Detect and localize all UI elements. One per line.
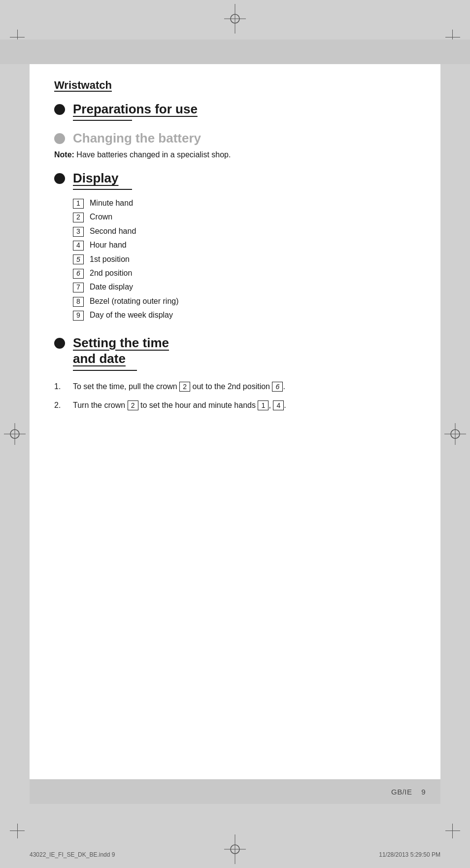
- heading-display: Display: [73, 171, 119, 186]
- doc-title: Wristwatch: [54, 79, 416, 92]
- instruction-2: 2. Turn the crown 2 to set the hour and …: [54, 399, 416, 411]
- page-wrapper: Wristwatch Preparations for use Changing…: [0, 0, 470, 868]
- list-item: 6 2nd position: [73, 268, 416, 279]
- num-box-8: 8: [73, 297, 84, 307]
- num-box-5: 5: [73, 254, 84, 264]
- heading-wrapper-setting: Setting the time and date: [54, 335, 416, 367]
- bottom-meta: 43022_IE_FI_SE_DK_BE.indd 9 11/28/2013 5…: [30, 851, 440, 858]
- ref-4: 4: [273, 400, 284, 410]
- num-box-6: 6: [73, 269, 84, 279]
- list-item: 5 1st position: [73, 254, 416, 265]
- bullet-battery: [54, 133, 65, 144]
- display-list: 1 Minute hand 2 Crown 3 Second hand 4 Ho…: [73, 198, 416, 321]
- instruction-text-2: Turn the crown 2 to set the hour and min…: [73, 399, 416, 411]
- footer-page: 9: [421, 788, 426, 796]
- heading-preparations: Preparations for use: [73, 102, 198, 117]
- item-label-7: Date display: [90, 282, 133, 292]
- instructions-list: 1. To set the time, pull the crown 2 out…: [54, 381, 416, 411]
- crosshair-bottom: [224, 834, 246, 864]
- meta-right: 11/28/2013 5:29:50 PM: [379, 851, 440, 858]
- reg-mark-bottom-right: [440, 819, 460, 838]
- num-box-7: 7: [73, 283, 84, 292]
- num-box-3: 3: [73, 227, 84, 237]
- section-battery: Changing the battery: [54, 131, 416, 146]
- section-preparations: Preparations for use: [54, 102, 416, 117]
- footer-bar: GB/IE 9: [30, 779, 440, 804]
- num-box-9: 9: [73, 311, 84, 321]
- reg-mark-bottom-left: [10, 819, 30, 838]
- list-item: 2 Crown: [73, 212, 416, 222]
- crosshair-left: [4, 423, 26, 445]
- instruction-num-1: 1.: [54, 381, 66, 393]
- list-item: 3 Second hand: [73, 226, 416, 237]
- bullet-preparations: [54, 104, 65, 115]
- footer-locale: GB/IE: [391, 788, 412, 796]
- underline-display: [73, 189, 132, 190]
- ref-2a: 2: [179, 382, 190, 392]
- ref-2b: 2: [128, 400, 138, 410]
- item-label-5: 1st position: [90, 254, 130, 265]
- instruction-1: 1. To set the time, pull the crown 2 out…: [54, 381, 416, 393]
- list-item: 1 Minute hand: [73, 198, 416, 209]
- item-label-9: Day of the week display: [90, 310, 173, 321]
- top-bar: [0, 39, 470, 64]
- main-content: Wristwatch Preparations for use Changing…: [30, 64, 440, 804]
- list-item: 9 Day of the week display: [73, 310, 416, 321]
- num-box-2: 2: [73, 213, 84, 222]
- underline-preparations: [73, 120, 132, 121]
- section-display: Display: [54, 171, 416, 186]
- section-setting: Setting the time and date: [54, 335, 416, 371]
- heading-battery: Changing the battery: [73, 131, 201, 146]
- ref-1: 1: [258, 400, 269, 410]
- item-label-1: Minute hand: [90, 198, 133, 209]
- bullet-display: [54, 173, 65, 184]
- instruction-text-1: To set the time, pull the crown 2 out to…: [73, 381, 416, 393]
- list-item: 4 Hour hand: [73, 240, 416, 251]
- footer-text: GB/IE 9: [391, 788, 426, 796]
- bullet-setting: [54, 338, 65, 349]
- list-item: 8 Bezel (rotating outer ring): [73, 296, 416, 307]
- item-label-3: Second hand: [90, 226, 136, 237]
- item-label-6: 2nd position: [90, 268, 132, 279]
- instruction-num-2: 2.: [54, 399, 66, 411]
- crosshair-right: [444, 423, 466, 445]
- heading-setting-line2: and date: [73, 351, 169, 367]
- note-body: Have batteries changed in a specialist s…: [76, 150, 231, 159]
- ref-6: 6: [272, 382, 283, 392]
- num-box-1: 1: [73, 199, 84, 209]
- underline-setting: [73, 370, 137, 371]
- note-label: Note:: [54, 150, 74, 159]
- heading-setting-text: Setting the time and date: [73, 335, 169, 367]
- item-label-2: Crown: [90, 212, 112, 222]
- item-label-4: Hour hand: [90, 240, 127, 251]
- heading-setting-line1: Setting the time: [73, 335, 169, 351]
- crosshair-top: [224, 4, 246, 34]
- list-item: 7 Date display: [73, 282, 416, 292]
- num-box-4: 4: [73, 241, 84, 251]
- meta-left: 43022_IE_FI_SE_DK_BE.indd 9: [30, 851, 115, 858]
- item-label-8: Bezel (rotating outer ring): [90, 296, 179, 307]
- battery-note: Note: Have batteries changed in a specia…: [54, 149, 416, 161]
